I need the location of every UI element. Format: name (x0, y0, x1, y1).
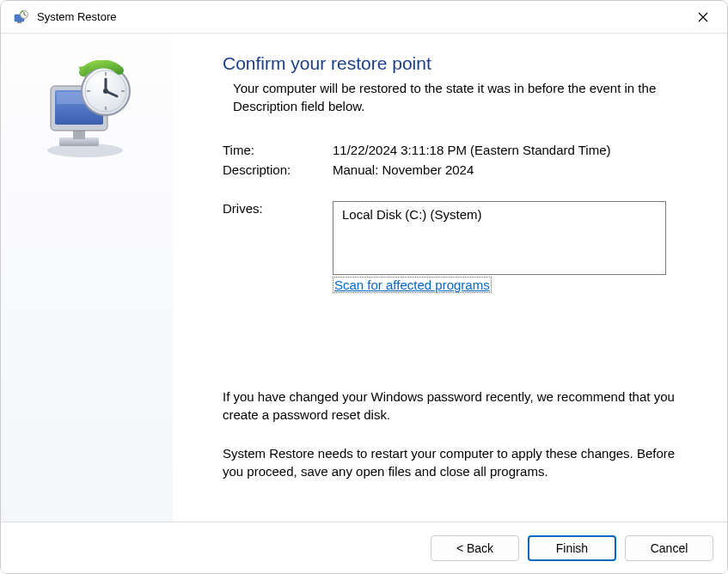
titlebar: System Restore (1, 1, 727, 34)
system-restore-graphic-icon (35, 60, 138, 163)
drive-item[interactable]: Local Disk (C:) (System) (342, 207, 657, 222)
cancel-button[interactable]: Cancel (625, 535, 713, 561)
drives-listbox[interactable]: Local Disk (C:) (System) (333, 201, 666, 275)
svg-rect-1 (17, 21, 21, 23)
password-note: If you have changed your Windows passwor… (223, 388, 691, 424)
description-value: Manual: November 2024 (333, 162, 691, 177)
wizard-sidebar (1, 34, 173, 522)
page-subheading: Your computer will be restored to the st… (223, 79, 691, 115)
time-value: 11/22/2024 3:11:18 PM (Eastern Standard … (333, 143, 691, 157)
drives-container: Local Disk (C:) (System) Scan for affect… (333, 201, 666, 293)
restart-note: System Restore needs to restart your com… (223, 444, 691, 480)
back-button[interactable]: < Back (431, 535, 519, 561)
drives-label: Drives: (223, 201, 333, 293)
svg-point-17 (103, 89, 108, 94)
page-heading: Confirm your restore point (223, 53, 691, 74)
wizard-footer: < Back Finish Cancel (1, 522, 727, 573)
finish-button[interactable]: Finish (528, 535, 616, 561)
description-label: Description: (223, 162, 333, 177)
time-row: Time: 11/22/2024 3:11:18 PM (Eastern Sta… (223, 143, 691, 157)
system-restore-icon (13, 9, 28, 25)
main-body: Confirm your restore point Your computer… (1, 34, 727, 522)
window-title: System Restore (37, 10, 116, 23)
form-area: Confirm your restore point Your computer… (173, 34, 727, 522)
close-button[interactable] (686, 4, 720, 30)
scan-affected-programs-link[interactable]: Scan for affected programs (333, 277, 492, 293)
content-area: Confirm your restore point Your computer… (1, 34, 727, 573)
description-row: Description: Manual: November 2024 (223, 162, 691, 177)
time-label: Time: (223, 143, 333, 157)
drives-row: Drives: Local Disk (C:) (System) Scan fo… (223, 201, 691, 293)
